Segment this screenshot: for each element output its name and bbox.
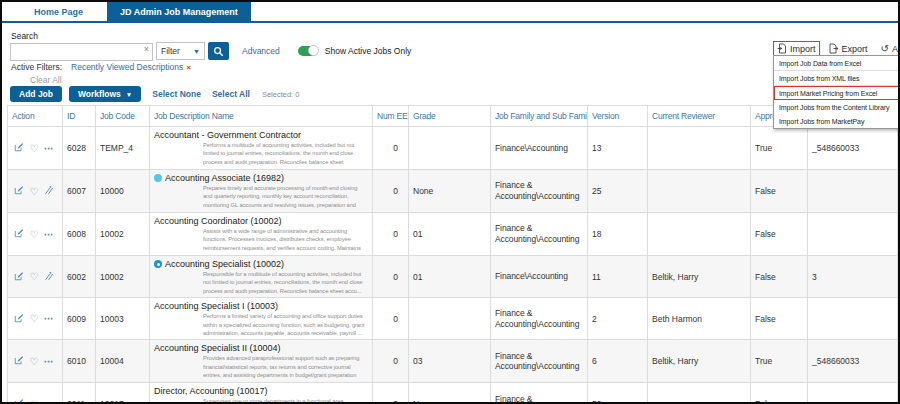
select-none-link[interactable]: Select None <box>152 89 201 99</box>
job-title-text[interactable]: Accounting Coordinator (10002) <box>154 216 282 226</box>
cell-current-reviewer: Beth Harmon <box>648 298 751 340</box>
select-all-link[interactable]: Select All <box>212 89 250 99</box>
cell-job-code: 10004 <box>96 340 150 383</box>
job-description-text: Performs a multitude of accounting activ… <box>203 141 368 167</box>
edit-icon[interactable] <box>14 398 24 404</box>
favorite-icon[interactable]: ♡ <box>29 229 38 240</box>
search-button[interactable] <box>208 42 229 60</box>
job-title-text[interactable]: Accounting Associate (16982) <box>165 173 284 183</box>
job-title-text[interactable]: Accounting Specialist (10002) <box>165 259 284 269</box>
filter-dropdown[interactable]: Filter ▼ <box>156 42 205 60</box>
export-button[interactable]: Export <box>829 43 868 54</box>
table-row[interactable]: ♡ ⋯ 6007 10000 Accounting Associate (169… <box>8 170 898 213</box>
import-menu-item[interactable]: Import Jobs from MarketPay <box>774 114 899 128</box>
more-actions-icon[interactable]: ⋯ <box>44 313 54 324</box>
header-num-ees[interactable]: Num EEs <box>373 106 409 127</box>
more-actions-icon[interactable]: ⋯ <box>44 143 54 154</box>
edit-icon[interactable] <box>14 185 24 197</box>
advanced-link[interactable]: Advanced <box>242 46 280 56</box>
clear-all-link[interactable]: Clear All <box>30 75 191 85</box>
more-actions-icon[interactable]: ⋯ <box>44 229 54 240</box>
header-action[interactable]: Action <box>8 106 63 127</box>
header-id[interactable]: ID <box>63 106 96 127</box>
workflows-button[interactable]: Workflows ▼ <box>69 86 141 102</box>
job-title-text[interactable]: Accounting Specialist I (10003) <box>154 301 278 311</box>
favorite-icon[interactable]: ♡ <box>29 399 38 404</box>
cell-job-description: Accounting Specialist (10002) Responsibl… <box>150 256 373 298</box>
import-button[interactable]: Import <box>777 43 816 54</box>
favorite-icon[interactable]: ♡ <box>29 313 38 324</box>
remove-filter-icon[interactable]: × <box>186 63 191 72</box>
edit-icon[interactable] <box>14 271 24 283</box>
cell-grade <box>409 127 491 170</box>
header-job-family[interactable]: Job Family and Sub Family <box>491 106 588 127</box>
import-menu-item[interactable]: Import Jobs from the Content Library <box>774 100 899 114</box>
more-actions-icon[interactable]: ⋯ <box>44 356 54 367</box>
archive-button-label: Archive <box>892 44 900 54</box>
table-header-row: Action ID Job Code Job Description Name … <box>8 106 898 127</box>
workflow-icon[interactable] <box>44 271 54 283</box>
job-description-text: Assists with a wide range of administrat… <box>203 227 368 253</box>
header-current-reviewer[interactable]: Current Reviewer <box>648 106 751 127</box>
header-job-code[interactable]: Job Code <box>96 106 150 127</box>
cell-version: 59 <box>588 383 648 404</box>
tab-jd-admin-job-management[interactable]: JD Admin Job Management <box>107 2 251 21</box>
favorite-icon[interactable]: ♡ <box>29 271 38 282</box>
cell-job-description: Accounting Specialist I (10003) Performs… <box>150 298 373 340</box>
header-grade[interactable]: Grade <box>409 106 491 127</box>
cell-extra: _548660033 <box>808 127 898 170</box>
tab-home-page[interactable]: Home Page <box>16 2 101 21</box>
clear-search-icon[interactable]: × <box>144 44 149 55</box>
favorite-icon[interactable]: ♡ <box>29 186 38 197</box>
chevron-down-icon: ▼ <box>193 48 200 55</box>
workflows-button-label: Workflows <box>78 89 121 99</box>
job-title-text[interactable]: Director, Accounting (10017) <box>154 386 268 396</box>
edit-icon[interactable] <box>14 355 24 367</box>
edit-icon[interactable] <box>14 142 24 154</box>
import-menu-item[interactable]: Import Job Data from Excel <box>774 56 899 70</box>
more-actions-icon[interactable]: ⋯ <box>44 399 54 404</box>
table-row[interactable]: ♡ ⋯ 6028 TEMP_4 Accountant - Government … <box>8 127 898 170</box>
search-icon <box>213 46 224 57</box>
table-row[interactable]: ♡ ⋯ 6002 10002 Accounting Specialist (10… <box>8 256 898 298</box>
job-description-text: Performs a limited variety of accounting… <box>203 312 368 337</box>
edit-icon[interactable] <box>14 228 24 240</box>
cell-grade: None <box>409 383 491 404</box>
cell-job-description: Accounting Coordinator (10002) Assists w… <box>150 213 373 256</box>
cell-id: 6008 <box>63 213 96 256</box>
cell-job-description: Accounting Specialist II (10004) Provide… <box>150 340 373 383</box>
cell-job-code: 10000 <box>96 170 150 213</box>
import-menu-item[interactable]: Import Market Pricing from Excel <box>774 85 899 100</box>
edit-icon[interactable] <box>14 313 24 325</box>
job-title-text[interactable]: Accounting Specialist II (10004) <box>154 343 281 353</box>
filter-chip[interactable]: Recently Viewed Descriptions <box>71 62 183 72</box>
cell-extra: 3 <box>808 256 898 298</box>
history-icon: ↺ <box>881 44 889 54</box>
header-job-description-name[interactable]: Job Description Name <box>150 106 373 127</box>
cell-version: 2 <box>588 298 648 340</box>
import-export-toolbar: Import Export ↺ Archive <box>773 41 900 56</box>
table-row[interactable]: ♡ ⋯ 6009 10003 Accounting Specialist I (… <box>8 298 898 340</box>
cell-id: 6009 <box>63 298 96 340</box>
add-job-button[interactable]: Add Job <box>10 86 62 102</box>
active-jobs-toggle[interactable] <box>298 46 318 56</box>
archive-button[interactable]: ↺ Archive <box>881 44 900 54</box>
export-icon <box>829 43 839 54</box>
import-menu-item[interactable]: Import Jobs from XML files <box>774 70 899 85</box>
job-title-text[interactable]: Accountant - Government Contractor <box>154 130 301 140</box>
table-row[interactable]: ♡ ⋯ 6008 10002 Accounting Coordinator (1… <box>8 213 898 256</box>
toggle-label: Show Active Jobs Only <box>325 46 411 56</box>
cell-job-description: Director, Accounting (10017) Supervises … <box>150 383 373 404</box>
import-button-label: Import <box>790 44 816 54</box>
search-input[interactable] <box>10 43 153 61</box>
workflow-icon[interactable] <box>44 185 54 197</box>
cell-job-code: 10017 <box>96 383 150 404</box>
cell-extra <box>808 213 898 256</box>
favorite-icon[interactable]: ♡ <box>29 143 38 154</box>
table-row[interactable]: ♡ ⋯ 6010 10004 Accounting Specialist II … <box>8 340 898 383</box>
favorite-icon[interactable]: ♡ <box>29 356 38 367</box>
cell-num-ees: 0 <box>373 170 409 213</box>
header-version[interactable]: Version <box>588 106 648 127</box>
cell-current-reviewer <box>648 127 751 170</box>
table-row[interactable]: ♡ ⋯ 6011 10017 Director, Accounting (100… <box>8 383 898 404</box>
